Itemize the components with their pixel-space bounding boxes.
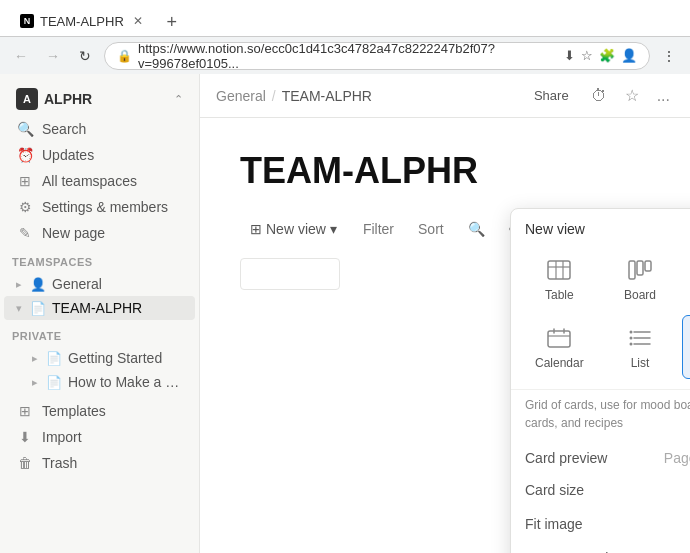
card-preview-value[interactable]: Page content › xyxy=(664,450,690,466)
forward-button[interactable]: → xyxy=(40,43,66,69)
sidebar-item-new-page[interactable]: ✎ New page xyxy=(4,220,195,246)
caret-icon: ▸ xyxy=(32,352,38,365)
address-bar[interactable]: 🔒 https://www.notion.so/ecc0c1d41c3c4782… xyxy=(104,42,650,70)
back-button[interactable]: ← xyxy=(8,43,34,69)
page-label: TEAM-ALPHR xyxy=(52,300,183,316)
new-view-caret-icon: ▾ xyxy=(330,221,337,237)
caret-icon: ▸ xyxy=(16,278,22,291)
sidebar-item-settings[interactable]: ⚙ Settings & members xyxy=(4,194,195,220)
more-icon[interactable]: ... xyxy=(653,83,674,109)
sidebar-item-templates[interactable]: ⊞ Templates xyxy=(4,398,195,424)
new-view-button[interactable]: ⊞ New view ▾ xyxy=(240,217,347,241)
sidebar-item-general[interactable]: ▸ 👤 General xyxy=(4,272,195,296)
sidebar-item-label: Templates xyxy=(42,403,106,419)
sidebar-item-updates[interactable]: ⏰ Updates xyxy=(4,142,195,168)
extension-icon[interactable]: 🧩 xyxy=(599,48,615,63)
board-icon xyxy=(624,256,656,284)
sidebar-item-trash[interactable]: 🗑 Trash xyxy=(4,450,195,476)
private-section-label: Private xyxy=(0,320,199,346)
sidebar-item-getting-started[interactable]: ▸ 📄 Getting Started xyxy=(4,346,195,370)
panel-title: New view xyxy=(525,221,585,237)
page-label: General xyxy=(52,276,183,292)
filter-button[interactable]: Filter xyxy=(355,217,402,241)
workspace-icon: A xyxy=(16,88,38,110)
table-icon xyxy=(543,256,575,284)
topbar-actions: Share ⏱ ☆ ... xyxy=(526,82,674,109)
svg-rect-4 xyxy=(629,261,635,279)
new-tab-button[interactable]: + xyxy=(158,8,186,36)
view-types-grid: Table Board xyxy=(511,247,690,389)
sidebar-item-label: Search xyxy=(42,121,86,137)
new-view-icon: ⊞ xyxy=(250,221,262,237)
open-pages-option[interactable]: Open pages in Center peek › xyxy=(511,542,690,553)
main-content: General / TEAM-ALPHR Share ⏱ ☆ ... TEAM-… xyxy=(200,74,690,553)
sidebar-item-how-to-progress[interactable]: ▸ 📄 How to Make a Progress ... xyxy=(4,370,195,394)
browser-more-button[interactable]: ⋮ xyxy=(656,43,682,69)
active-tab[interactable]: N TEAM-ALPHR ✕ xyxy=(8,6,158,36)
workspace-header[interactable]: A ALPHR ⌃ xyxy=(4,82,195,116)
breadcrumb: General / TEAM-ALPHR xyxy=(216,88,372,104)
refresh-button[interactable]: ↻ xyxy=(72,43,98,69)
card-preview-label: Card preview xyxy=(525,450,607,466)
import-icon: ⬇ xyxy=(16,429,34,445)
sidebar-item-label: All teamspaces xyxy=(42,173,137,189)
view-type-calendar[interactable]: Calendar xyxy=(521,315,598,379)
svg-point-19 xyxy=(629,343,632,346)
card-preview-option[interactable]: Card preview Page content › xyxy=(511,442,690,474)
download-icon[interactable]: ⬇ xyxy=(564,48,575,63)
view-type-label: List xyxy=(631,356,650,370)
fit-image-option[interactable]: Fit image xyxy=(511,506,690,542)
sidebar-item-import[interactable]: ⬇ Import xyxy=(4,424,195,450)
profile-icon[interactable]: 👤 xyxy=(621,48,637,63)
gallery-description: Grid of cards, use for mood boards, inde… xyxy=(511,389,690,442)
list-icon xyxy=(624,324,656,352)
view-type-list[interactable]: List xyxy=(602,315,679,379)
svg-rect-5 xyxy=(637,261,643,275)
teamspaces-icon: ⊞ xyxy=(16,173,34,189)
view-type-label: Table xyxy=(545,288,574,302)
page-content-area: TEAM-ALPHR ⊞ New view ▾ Filter Sort 🔍 ••… xyxy=(200,118,690,553)
browser-chrome: N TEAM-ALPHR ✕ + ← → ↻ 🔒 https://www.not… xyxy=(0,0,690,74)
sidebar-item-label: New page xyxy=(42,225,105,241)
star-icon[interactable]: ☆ xyxy=(581,48,593,63)
star-icon[interactable]: ☆ xyxy=(621,82,643,109)
trash-icon: 🗑 xyxy=(16,455,34,471)
view-type-label: Board xyxy=(624,288,656,302)
breadcrumb-separator: / xyxy=(272,88,276,104)
search-button[interactable]: 🔍 xyxy=(460,217,493,241)
app-container: A ALPHR ⌃ 🔍 Search ⏰ Updates ⊞ All teams… xyxy=(0,74,690,553)
breadcrumb-current: TEAM-ALPHR xyxy=(282,88,372,104)
tab-close-btn[interactable]: ✕ xyxy=(130,13,146,29)
new-view-panel: New view ✕ Ta xyxy=(510,208,690,553)
sidebar: A ALPHR ⌃ 🔍 Search ⏰ Updates ⊞ All teams… xyxy=(0,74,200,553)
page-icon: 👤 xyxy=(30,277,46,292)
panel-header: New view ✕ xyxy=(511,209,690,247)
svg-rect-10 xyxy=(548,331,570,347)
calendar-icon xyxy=(543,324,575,352)
view-type-gallery[interactable]: Gallery xyxy=(682,315,690,379)
sort-button[interactable]: Sort xyxy=(410,217,452,241)
page-label: How to Make a Progress ... xyxy=(68,374,183,390)
topbar: General / TEAM-ALPHR Share ⏱ ☆ ... xyxy=(200,74,690,118)
card-size-option[interactable]: Card size Medium › xyxy=(511,474,690,506)
new-page-icon: ✎ xyxy=(16,225,34,241)
sidebar-item-label: Trash xyxy=(42,455,77,471)
new-view-label: New view xyxy=(266,221,326,237)
caret-icon: ▸ xyxy=(32,376,38,389)
share-button[interactable]: Share xyxy=(526,84,577,107)
sidebar-item-team-alphr[interactable]: ▾ 📄 TEAM-ALPHR xyxy=(4,296,195,320)
sidebar-item-search[interactable]: 🔍 Search xyxy=(4,116,195,142)
sidebar-item-label: Updates xyxy=(42,147,94,163)
sidebar-item-label: Import xyxy=(42,429,82,445)
view-type-timeline[interactable]: Timeline xyxy=(682,247,690,311)
settings-icon: ⚙ xyxy=(16,199,34,215)
history-icon[interactable]: ⏱ xyxy=(587,83,611,109)
view-type-board[interactable]: Board xyxy=(602,247,679,311)
sidebar-item-all-teamspaces[interactable]: ⊞ All teamspaces xyxy=(4,168,195,194)
lock-icon: 🔒 xyxy=(117,49,132,63)
page-icon: 📄 xyxy=(46,351,62,366)
navigation-bar: ← → ↻ 🔒 https://www.notion.so/ecc0c1d41c… xyxy=(0,36,690,74)
view-type-table[interactable]: Table xyxy=(521,247,598,311)
page-icon: 📄 xyxy=(30,301,46,316)
svg-point-17 xyxy=(629,331,632,334)
